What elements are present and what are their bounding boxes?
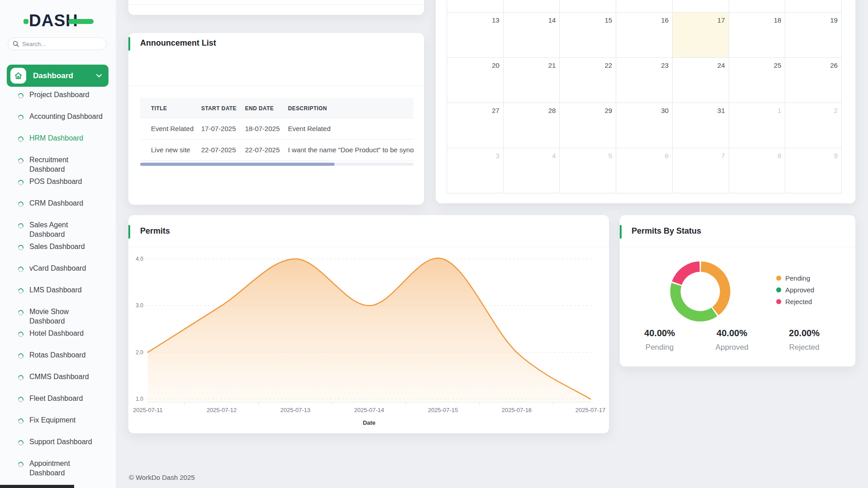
sidebar-item-hotel-dashboard[interactable]: Hotel Dashboard — [0, 328, 116, 350]
sidebar-item-vcard-dashboard[interactable]: vCard Dashboard — [0, 263, 116, 285]
search-placeholder: Search... — [22, 41, 46, 47]
calendar-cell-today[interactable]: 17 — [673, 13, 729, 58]
calendar-cell[interactable]: 8 — [729, 148, 786, 193]
sidebar-item-label: Sales Dashboard — [29, 242, 85, 251]
sidebar-item-accounting-dashboard[interactable]: Accounting Dashboard — [0, 112, 116, 133]
announcement-table-body: Event Related17-07-202518-07-2025Event R… — [140, 118, 414, 161]
legend-item-approved[interactable]: Approved — [776, 284, 814, 296]
calendar-cell[interactable]: 21 — [504, 58, 560, 103]
calendar-cell-empty[interactable] — [785, 0, 842, 13]
sidebar-item-fleet-dashboard[interactable]: Fleet Dashboard — [0, 394, 116, 415]
scrollbar-thumb[interactable] — [140, 163, 335, 166]
calendar-day-number: 9 — [834, 152, 838, 160]
calendar-cell-empty[interactable] — [560, 0, 616, 13]
sidebar-item-label: CRM Dashboard — [29, 198, 83, 208]
svg-text:2025-07-17: 2025-07-17 — [576, 407, 606, 413]
permits-by-status-title: Permits By Status — [632, 226, 701, 236]
sidebar-item-pos-dashboard[interactable]: POS Dashboard — [0, 177, 116, 198]
calendar-cell[interactable]: 5 — [560, 148, 616, 193]
calendar-cell[interactable]: 6 — [616, 148, 673, 193]
svg-text:3.0: 3.0 — [136, 302, 143, 309]
sidebar-item-sales-dashboard[interactable]: Sales Dashboard — [0, 242, 116, 263]
calendar-cell-empty[interactable] — [447, 0, 504, 13]
sidebar-menu-dashboard[interactable]: Dashboard — [7, 65, 108, 87]
submenu-bullet-icon — [17, 157, 24, 164]
legend-label: Rejected — [785, 298, 812, 305]
sidebar-item-label: Movie Show Dashboard — [29, 307, 104, 326]
calendar-day-number: 5 — [609, 152, 612, 160]
table-cell: 22-07-2025 — [201, 146, 236, 154]
calendar-cell[interactable]: 23 — [616, 58, 673, 103]
calendar-day-number: 28 — [548, 107, 556, 114]
sidebar-item-label: Sales Agent Dashboard — [29, 220, 104, 239]
table-cell: 22-07-2025 — [245, 146, 280, 154]
calendar-cell[interactable]: 14 — [504, 13, 560, 58]
calendar-cell[interactable]: 13 — [447, 13, 504, 58]
permits-card: Permits 4.03.02.01.02025-07-112025-07-12… — [128, 215, 609, 433]
calendar-cell[interactable]: 15 — [560, 13, 616, 58]
sidebar-item-sales-agent-dashboard[interactable]: Sales Agent Dashboard — [0, 220, 116, 242]
svg-text:4.0: 4.0 — [136, 256, 143, 262]
sidebar-item-movie-show-dashboard[interactable]: Movie Show Dashboard — [0, 307, 116, 328]
table-cell: I want the name "Doe Product" to be syno — [288, 146, 414, 154]
table-row[interactable]: Event Related17-07-202518-07-2025Event R… — [140, 118, 414, 140]
calendar-day-number: 24 — [717, 61, 725, 69]
calendar-cell-empty[interactable] — [673, 0, 729, 13]
calendar-cell[interactable]: 16 — [616, 13, 673, 58]
calendar-day-number: 13 — [492, 16, 500, 24]
calendar-day-number: 18 — [774, 16, 782, 24]
column-header-start-date: START DATE — [201, 105, 236, 112]
table-row[interactable]: Live new site22-07-202522-07-2025I want … — [140, 140, 414, 161]
calendar-cell[interactable]: 7 — [673, 148, 729, 193]
calendar-cell[interactable]: 9 — [785, 148, 842, 193]
legend-item-rejected[interactable]: Rejected — [776, 296, 814, 307]
calendar-day-number: 8 — [778, 152, 781, 160]
status-stat-approved: 40.00%Approved — [696, 328, 768, 352]
calendar-cell[interactable]: 4 — [504, 148, 560, 193]
search-input[interactable]: Search... — [8, 38, 107, 50]
calendar-cell-empty[interactable] — [616, 0, 673, 13]
calendar-cell[interactable]: 1 — [729, 103, 786, 148]
calendar-cell[interactable]: 26 — [785, 58, 842, 103]
table-cell: Event Related — [151, 125, 193, 132]
svg-text:1.0: 1.0 — [136, 396, 143, 402]
sidebar-item-rotas-dashboard[interactable]: Rotas Dashboard — [0, 350, 116, 372]
sidebar-item-appointment-dashboard[interactable]: Appointment Dashboard — [0, 459, 116, 480]
app-logo[interactable]: DASH — [29, 12, 78, 30]
sidebar-item-project-dashboard[interactable]: Project Dashboard — [0, 90, 116, 112]
calendar-cell[interactable]: 20 — [447, 58, 504, 103]
sidebar-item-cmms-dashboard[interactable]: CMMS Dashboard — [0, 372, 116, 394]
sidebar-item-crm-dashboard[interactable]: CRM Dashboard — [0, 198, 116, 220]
logo-accent-dot-icon — [24, 19, 28, 24]
sidebar-item-support-dashboard[interactable]: Support Dashboard — [0, 437, 116, 459]
sidebar-item-fix-equipment[interactable]: Fix Equipment — [0, 415, 116, 437]
permits-area-chart: 4.03.02.01.02025-07-112025-07-122025-07-… — [128, 247, 609, 433]
calendar-cell[interactable]: 28 — [504, 103, 560, 148]
sidebar-item-lms-dashboard[interactable]: LMS Dashboard — [0, 285, 116, 307]
calendar-cell[interactable]: 27 — [447, 103, 504, 148]
calendar-cell[interactable]: 29 — [560, 103, 616, 148]
table-horizontal-scrollbar[interactable] — [140, 163, 414, 166]
search-icon — [13, 41, 19, 47]
svg-text:Date: Date — [363, 419, 375, 426]
svg-text:2025-07-16: 2025-07-16 — [502, 407, 532, 413]
calendar-cell[interactable]: 22 — [560, 58, 616, 103]
submenu-bullet-icon — [17, 331, 24, 338]
calendar-cell[interactable]: 18 — [729, 13, 786, 58]
sidebar-item-label: HRM Dashboard — [29, 133, 83, 143]
sidebar-item-label: Rotas Dashboard — [29, 350, 86, 360]
chevron-down-icon — [96, 74, 102, 78]
calendar-cell-empty[interactable] — [504, 0, 560, 13]
calendar-cell[interactable]: 19 — [785, 13, 842, 58]
legend-item-pending[interactable]: Pending — [776, 272, 814, 284]
calendar-cell[interactable]: 2 — [785, 103, 842, 148]
calendar-cell[interactable]: 3 — [447, 148, 504, 193]
calendar-cell[interactable]: 31 — [673, 103, 729, 148]
calendar-cell[interactable]: 25 — [729, 58, 786, 103]
sidebar-item-recruitment-dashboard[interactable]: Recruitment Dashboard — [0, 155, 116, 177]
calendar-cell[interactable]: 30 — [616, 103, 673, 148]
svg-text:2025-07-14: 2025-07-14 — [354, 407, 384, 413]
sidebar-item-hrm-dashboard[interactable]: HRM Dashboard — [0, 133, 116, 155]
calendar-cell[interactable]: 24 — [673, 58, 729, 103]
calendar-cell-empty[interactable] — [729, 0, 786, 13]
